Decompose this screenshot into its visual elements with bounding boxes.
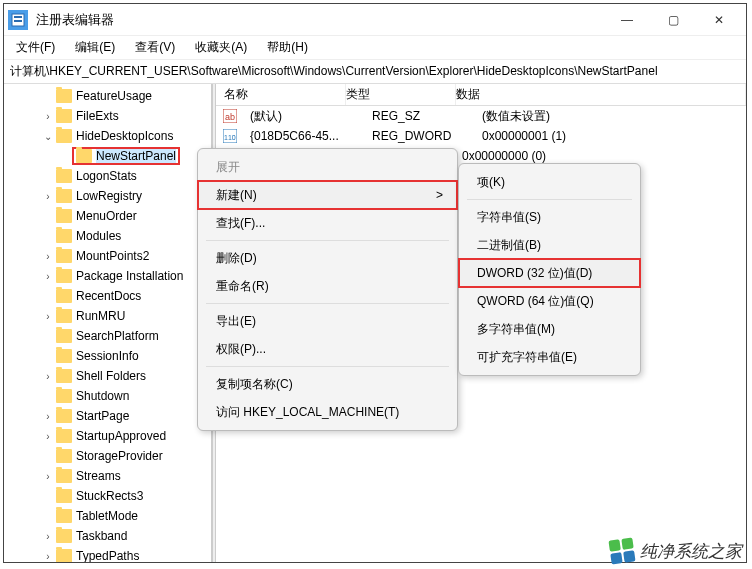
- titlebar: 注册表编辑器 — ▢ ✕: [4, 4, 746, 36]
- chevron-icon[interactable]: ›: [40, 271, 56, 282]
- svg-text:110: 110: [224, 134, 236, 141]
- folder-icon: [56, 109, 72, 123]
- menu-item[interactable]: 项(K): [459, 168, 640, 196]
- menu-item[interactable]: 多字符串值(M): [459, 315, 640, 343]
- col-header-type[interactable]: 类型: [346, 84, 456, 105]
- menu-separator: [206, 303, 449, 304]
- col-header-data[interactable]: 数据: [456, 84, 746, 105]
- menu-item[interactable]: 可扩充字符串值(E): [459, 343, 640, 371]
- tree-item[interactable]: ›FileExts: [4, 106, 211, 126]
- menu-separator: [467, 199, 632, 200]
- chevron-icon[interactable]: ›: [40, 551, 56, 562]
- tree-label: Package Installation: [76, 269, 183, 283]
- chevron-icon[interactable]: ›: [40, 471, 56, 482]
- tree-item[interactable]: ›RunMRU: [4, 306, 211, 326]
- menu-item[interactable]: DWORD (32 位)值(D): [459, 259, 640, 287]
- menu-item[interactable]: 访问 HKEY_LOCAL_MACHINE(T): [198, 398, 457, 426]
- dword-value-icon: 110: [222, 128, 238, 144]
- folder-icon: [56, 429, 72, 443]
- tree-item[interactable]: MenuOrder: [4, 206, 211, 226]
- menu-item[interactable]: 重命名(R): [198, 272, 457, 300]
- menu-item[interactable]: 权限(P)...: [198, 335, 457, 363]
- maximize-button[interactable]: ▢: [650, 4, 696, 36]
- tree-item[interactable]: ›Package Installation: [4, 266, 211, 286]
- tree-pane[interactable]: FeatureUsage›FileExts⌄HideDesktopIconsNe…: [4, 84, 212, 562]
- tree-item[interactable]: ›Taskband: [4, 526, 211, 546]
- menu-item[interactable]: 查找(F)...: [198, 209, 457, 237]
- tree-item[interactable]: SearchPlatform: [4, 326, 211, 346]
- app-icon: [8, 10, 28, 30]
- folder-icon: [56, 189, 72, 203]
- menu-view[interactable]: 查看(V): [127, 37, 183, 58]
- tree-item[interactable]: Modules: [4, 226, 211, 246]
- list-row[interactable]: 110{018D5C66-45...REG_DWORD0x00000001 (1…: [216, 126, 746, 146]
- tree-item[interactable]: ›Shell Folders: [4, 366, 211, 386]
- value-name: (默认): [242, 108, 372, 125]
- tree-item[interactable]: SessionInfo: [4, 346, 211, 366]
- menu-favorites[interactable]: 收藏夹(A): [187, 37, 255, 58]
- tree-label: Shutdown: [76, 389, 129, 403]
- folder-icon: [56, 89, 72, 103]
- tree-label: FileExts: [76, 109, 119, 123]
- minimize-button[interactable]: —: [604, 4, 650, 36]
- tree-item[interactable]: StuckRects3: [4, 486, 211, 506]
- menu-item[interactable]: QWORD (64 位)值(Q): [459, 287, 640, 315]
- tree-item[interactable]: RecentDocs: [4, 286, 211, 306]
- watermark: 纯净系统之家: [610, 539, 742, 563]
- menu-separator: [206, 366, 449, 367]
- tree-label: SearchPlatform: [76, 329, 159, 343]
- folder-icon: [56, 209, 72, 223]
- chevron-icon[interactable]: ›: [40, 411, 56, 422]
- address-bar[interactable]: 计算机\HKEY_CURRENT_USER\Software\Microsoft…: [4, 60, 746, 84]
- menu-item[interactable]: 新建(N): [198, 181, 457, 209]
- tree-item[interactable]: ›TypedPaths: [4, 546, 211, 562]
- tree-item[interactable]: ›Streams: [4, 466, 211, 486]
- list-row[interactable]: ab(默认)REG_SZ(数值未设置): [216, 106, 746, 126]
- context-menu-new: 项(K)字符串值(S)二进制值(B)DWORD (32 位)值(D)QWORD …: [458, 163, 641, 376]
- chevron-icon[interactable]: ›: [40, 311, 56, 322]
- tree-item[interactable]: ›MountPoints2: [4, 246, 211, 266]
- chevron-icon[interactable]: ›: [40, 371, 56, 382]
- chevron-icon[interactable]: ›: [40, 251, 56, 262]
- tree-item[interactable]: FeatureUsage: [4, 86, 211, 106]
- tree-label: MenuOrder: [76, 209, 137, 223]
- close-button[interactable]: ✕: [696, 4, 742, 36]
- menu-item[interactable]: 导出(E): [198, 307, 457, 335]
- svg-rect-1: [14, 16, 22, 18]
- menu-item: 展开: [198, 153, 457, 181]
- svg-text:ab: ab: [225, 112, 235, 122]
- menu-item[interactable]: 字符串值(S): [459, 203, 640, 231]
- tree-item[interactable]: LogonStats: [4, 166, 211, 186]
- folder-icon: [56, 549, 72, 562]
- tree-item[interactable]: ›StartPage: [4, 406, 211, 426]
- tree-item[interactable]: ›LowRegistry: [4, 186, 211, 206]
- menu-file[interactable]: 文件(F): [8, 37, 63, 58]
- chevron-icon[interactable]: ›: [40, 431, 56, 442]
- tree-item[interactable]: ⌄HideDesktopIcons: [4, 126, 211, 146]
- menu-edit[interactable]: 编辑(E): [67, 37, 123, 58]
- tree-label: StorageProvider: [76, 449, 163, 463]
- chevron-icon[interactable]: ›: [40, 191, 56, 202]
- watermark-logo-icon: [608, 537, 635, 564]
- menu-item[interactable]: 删除(D): [198, 244, 457, 272]
- menu-item[interactable]: 二进制值(B): [459, 231, 640, 259]
- menu-help[interactable]: 帮助(H): [259, 37, 316, 58]
- menu-item[interactable]: 复制项名称(C): [198, 370, 457, 398]
- string-value-icon: ab: [222, 108, 238, 124]
- chevron-icon[interactable]: ›: [40, 111, 56, 122]
- col-header-name[interactable]: 名称: [216, 84, 346, 105]
- tree-item[interactable]: StorageProvider: [4, 446, 211, 466]
- chevron-icon[interactable]: ›: [40, 531, 56, 542]
- tree-label: MountPoints2: [76, 249, 149, 263]
- tree-item[interactable]: NewStartPanel: [4, 146, 211, 166]
- tree-item[interactable]: Shutdown: [4, 386, 211, 406]
- chevron-icon[interactable]: ⌄: [40, 131, 56, 142]
- folder-icon: [56, 489, 72, 503]
- tree-label: StartPage: [76, 409, 129, 423]
- tree-item[interactable]: TabletMode: [4, 506, 211, 526]
- folder-icon: [56, 349, 72, 363]
- tree-item[interactable]: ›StartupApproved: [4, 426, 211, 446]
- folder-icon: [56, 529, 72, 543]
- value-type: REG_SZ: [372, 109, 482, 123]
- value-data: 0x00000000 (0): [462, 149, 746, 163]
